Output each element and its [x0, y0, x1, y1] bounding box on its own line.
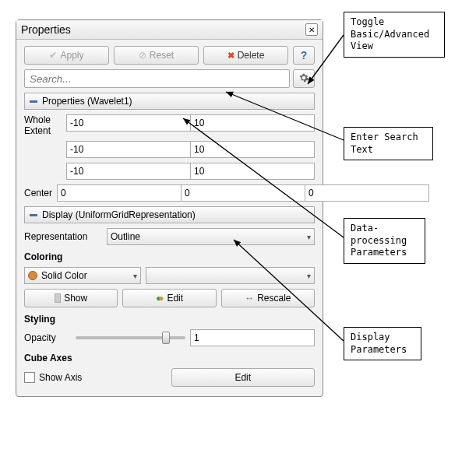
close-icon[interactable]: ✕ [305, 23, 318, 36]
annotation-dataproc: Data- processing Parameters [344, 218, 425, 264]
opacity-label: Opacity [24, 329, 71, 346]
collapse-icon [30, 100, 37, 103]
search-input[interactable] [24, 69, 290, 88]
help-button[interactable] [293, 46, 315, 65]
edit-label: Edit [167, 293, 183, 304]
color-swatch-icon [28, 271, 37, 280]
toggle-view-button[interactable] [293, 69, 315, 88]
display-section-header[interactable]: Display (UniformGridRepresentation) [24, 206, 315, 223]
apply-button[interactable]: Apply [24, 46, 109, 65]
whole-extent-label: Whole Extent [24, 114, 62, 136]
extent-z-lo[interactable] [66, 163, 191, 180]
show-label: Show [64, 293, 87, 304]
collapse-icon [30, 214, 37, 216]
representation-value: Outline [111, 231, 140, 242]
apply-label: Apply [60, 50, 83, 61]
properties-panel: Properties ✕ Apply Reset Delete Properti… [16, 19, 323, 397]
extent-y-hi[interactable] [191, 141, 315, 158]
cube-axes-label: Cube Axes [24, 353, 315, 363]
properties-section-label: Properties (Wavelet1) [42, 96, 132, 107]
styling-label: Styling [24, 314, 315, 325]
annotation-toggle: Toggle Basic/Advanced View [344, 12, 445, 58]
extent-y-lo[interactable] [66, 141, 191, 158]
extent-x-lo[interactable] [66, 114, 191, 132]
representation-select[interactable]: Outline [107, 228, 315, 245]
color-array-select[interactable] [146, 267, 315, 284]
show-button[interactable]: Show [24, 289, 118, 307]
representation-label: Representation [24, 228, 102, 245]
reset-icon [139, 50, 146, 61]
color-mode-select[interactable]: Solid Color [24, 267, 141, 284]
annotation-display: Display Parameters [344, 327, 421, 360]
center-x[interactable] [57, 184, 182, 202]
panel-header: Properties ✕ [16, 20, 323, 40]
bar-icon [55, 293, 61, 303]
reset-button[interactable]: Reset [114, 46, 199, 65]
display-section-label: Display (UniformGridRepresentation) [42, 209, 196, 220]
delete-label: Delete [238, 50, 265, 61]
extent-x-hi[interactable] [191, 114, 315, 132]
show-axis-label: Show Axis [39, 372, 82, 383]
check-icon [49, 50, 57, 61]
rescale-icon [245, 293, 254, 304]
checkbox-icon [24, 372, 35, 383]
annotation-search: Enter Search Text [344, 127, 433, 160]
center-y[interactable] [182, 184, 305, 202]
panel-title: Properties [21, 23, 71, 36]
question-icon [301, 49, 308, 61]
coloring-label: Coloring [24, 251, 315, 262]
edit-color-button[interactable]: Edit [122, 289, 216, 307]
edit-axes-button[interactable]: Edit [171, 368, 316, 387]
center-z[interactable] [305, 184, 429, 202]
opacity-slider[interactable] [76, 329, 185, 346]
edit-axes-label: Edit [234, 372, 251, 383]
center-label: Center [24, 184, 52, 202]
delete-button[interactable]: Delete [203, 46, 288, 65]
gear-icon [298, 72, 309, 86]
properties-section-header[interactable]: Properties (Wavelet1) [24, 93, 315, 110]
reset-label: Reset [150, 50, 174, 61]
color-mode-value: Solid Color [41, 270, 87, 281]
extent-z-hi[interactable] [191, 163, 315, 180]
rescale-label: Rescale [257, 293, 291, 304]
palette-icon [156, 293, 164, 304]
show-axis-checkbox[interactable]: Show Axis [24, 368, 167, 387]
rescale-button[interactable]: Rescale [221, 289, 315, 307]
delete-x-icon [227, 50, 234, 61]
opacity-input[interactable] [190, 329, 315, 346]
